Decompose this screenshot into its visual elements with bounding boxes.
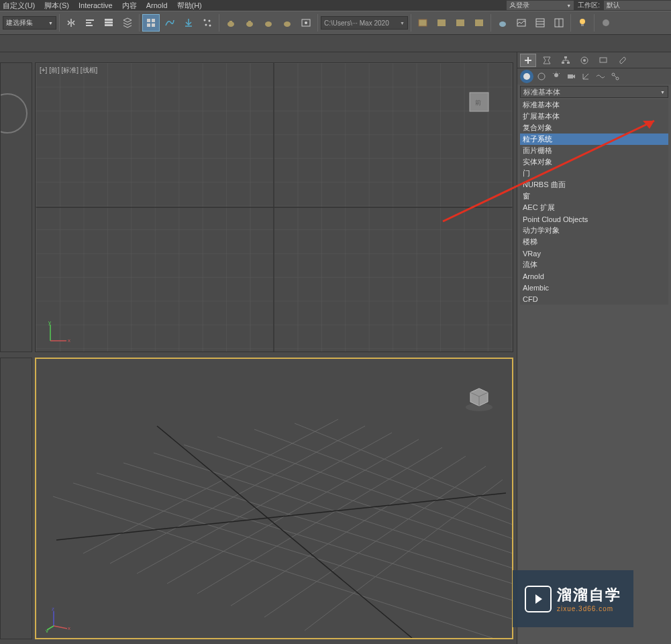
viewport-bottom-left[interactable] bbox=[0, 358, 32, 639]
dd-item-particles[interactable]: 粒子系统 bbox=[520, 133, 668, 145]
tab-modify[interactable] bbox=[539, 54, 555, 67]
layer-explorer-button[interactable] bbox=[119, 14, 136, 32]
subtab-helpers[interactable] bbox=[579, 70, 592, 83]
viewport-perspective[interactable]: [+] [透视] [标准] [默认明暗处理] bbox=[35, 358, 513, 639]
tab-utilities[interactable] bbox=[614, 54, 630, 67]
light-button[interactable] bbox=[574, 14, 591, 32]
svg-text:z: z bbox=[52, 606, 54, 612]
viewport-top-left[interactable] bbox=[0, 62, 32, 352]
dd-item-nurbs[interactable]: NURBS 曲面 bbox=[520, 179, 668, 191]
last-button[interactable] bbox=[597, 14, 615, 32]
project-path-dropdown[interactable]: C:\Users\··· Max 2020 bbox=[321, 16, 408, 30]
svg-rect-16 bbox=[229, 21, 232, 22]
light-icon bbox=[552, 72, 561, 81]
ribbon-toggle-button[interactable] bbox=[142, 14, 160, 32]
svg-rect-7 bbox=[147, 19, 150, 22]
dd-item-patch[interactable]: 面片栅格 bbox=[520, 145, 668, 156]
nav-gizmo-icon bbox=[0, 93, 28, 133]
mirror-button[interactable] bbox=[62, 14, 80, 32]
svg-line-85 bbox=[614, 75, 617, 78]
svg-rect-82 bbox=[568, 74, 573, 78]
teapot1-button[interactable] bbox=[222, 14, 240, 32]
hierarchy-icon bbox=[561, 56, 570, 65]
svg-point-36 bbox=[603, 19, 609, 26]
dd-item-pointcloud[interactable]: Point Cloud Objects bbox=[520, 213, 668, 225]
align-button[interactable] bbox=[81, 14, 99, 32]
menu-interactive[interactable]: Interactive bbox=[79, 1, 113, 9]
dd-item-alembic[interactable]: Alembic bbox=[520, 282, 668, 293]
subtab-geometry[interactable] bbox=[520, 70, 533, 83]
download-icon bbox=[183, 17, 194, 28]
render2-button[interactable] bbox=[433, 14, 450, 32]
dd-item-arnold[interactable]: Arnold bbox=[520, 270, 668, 282]
svg-text:前: 前 bbox=[475, 99, 481, 106]
svg-point-17 bbox=[246, 21, 253, 27]
svg-rect-24 bbox=[437, 19, 446, 26]
teapot-icon bbox=[225, 17, 236, 28]
dd-item-vray[interactable]: VRay bbox=[520, 248, 668, 259]
dd-item-cfd[interactable]: CFD bbox=[520, 293, 668, 305]
menu-content[interactable]: 内容 bbox=[122, 1, 137, 11]
geometry-type-dropdown[interactable]: 标准基本体 bbox=[520, 86, 668, 98]
render3-button[interactable] bbox=[452, 14, 469, 32]
teapot-render-button[interactable] bbox=[494, 14, 511, 32]
geometry-type-list: 标准基本体 扩展基本体 复合对象 粒子系统 面片栅格 实体对象 门 NURBS … bbox=[520, 99, 668, 305]
tab-motion[interactable] bbox=[576, 54, 592, 67]
frame-icon bbox=[455, 17, 466, 28]
workspace-dropdown[interactable]: 默认 bbox=[604, 1, 671, 10]
align-icon bbox=[85, 17, 95, 28]
layers-button[interactable] bbox=[100, 14, 117, 32]
subtab-shapes[interactable] bbox=[535, 70, 548, 83]
menu-arnold[interactable]: Arnold bbox=[146, 1, 168, 9]
svg-point-22 bbox=[305, 21, 307, 24]
svg-point-13 bbox=[205, 24, 207, 26]
subtab-spacewarps[interactable] bbox=[594, 70, 607, 83]
tab-hierarchy[interactable] bbox=[558, 54, 574, 67]
dd-item-aec[interactable]: AEC 扩展 bbox=[520, 202, 668, 213]
svg-rect-25 bbox=[456, 19, 464, 26]
svg-rect-23 bbox=[419, 19, 427, 26]
dd-item-compound[interactable]: 复合对象 bbox=[520, 122, 668, 133]
menu-script[interactable]: 脚本(S) bbox=[44, 1, 69, 11]
viewcube-persp[interactable] bbox=[462, 382, 496, 415]
svg-rect-3 bbox=[86, 25, 93, 26]
login-dropdown[interactable]: 登录 ▼ bbox=[507, 1, 574, 10]
dd-item-body[interactable]: 实体对象 bbox=[520, 156, 668, 168]
watermark: 溜溜自学 zixue.3d66.com bbox=[513, 570, 633, 627]
link-icon bbox=[611, 72, 620, 81]
render-frame-button[interactable] bbox=[513, 14, 530, 32]
dd-item-windows[interactable]: 窗 bbox=[520, 191, 668, 202]
render-setup-button[interactable] bbox=[297, 14, 315, 32]
tab-create[interactable] bbox=[520, 54, 536, 67]
particles-button[interactable] bbox=[199, 14, 216, 32]
render1-button[interactable] bbox=[414, 14, 431, 32]
table1-button[interactable] bbox=[531, 14, 549, 32]
dd-item-extended[interactable]: 扩展基本体 bbox=[520, 111, 668, 122]
dd-item-stairs[interactable]: 楼梯 bbox=[520, 236, 668, 248]
dd-item-dynamics[interactable]: 动力学对象 bbox=[520, 225, 668, 236]
render4-button[interactable] bbox=[470, 14, 488, 32]
table2-button[interactable] bbox=[550, 14, 568, 32]
dd-item-standard[interactable]: 标准基本体 bbox=[520, 99, 668, 111]
menu-help[interactable]: 帮助(H) bbox=[177, 1, 202, 11]
teapot4-button[interactable] bbox=[278, 14, 296, 32]
subtab-lights[interactable] bbox=[550, 70, 563, 83]
dd-item-doors[interactable]: 门 bbox=[520, 168, 668, 179]
dd-item-fluids[interactable]: 流体 bbox=[520, 259, 668, 270]
mirror-icon bbox=[66, 17, 76, 28]
subtab-systems[interactable] bbox=[609, 70, 622, 83]
viewport-front[interactable]: [+] [前] [标准] [线框] yx 前 bbox=[35, 62, 513, 352]
schematic-view-button[interactable] bbox=[180, 14, 197, 32]
svg-rect-75 bbox=[567, 62, 570, 64]
svg-point-12 bbox=[209, 20, 211, 22]
plus-icon bbox=[523, 56, 533, 65]
menu-customize[interactable]: 自定义(U) bbox=[3, 1, 35, 11]
viewcube-front[interactable]: 前 bbox=[463, 86, 497, 119]
curve-editor-button[interactable] bbox=[161, 14, 178, 32]
teapot3-button[interactable] bbox=[260, 14, 277, 32]
subtab-cameras[interactable] bbox=[564, 70, 578, 83]
tab-display[interactable] bbox=[595, 54, 611, 67]
svg-rect-1 bbox=[86, 19, 94, 21]
selection-set-dropdown[interactable]: 建选择集 bbox=[3, 16, 56, 30]
teapot2-button[interactable] bbox=[241, 14, 258, 32]
